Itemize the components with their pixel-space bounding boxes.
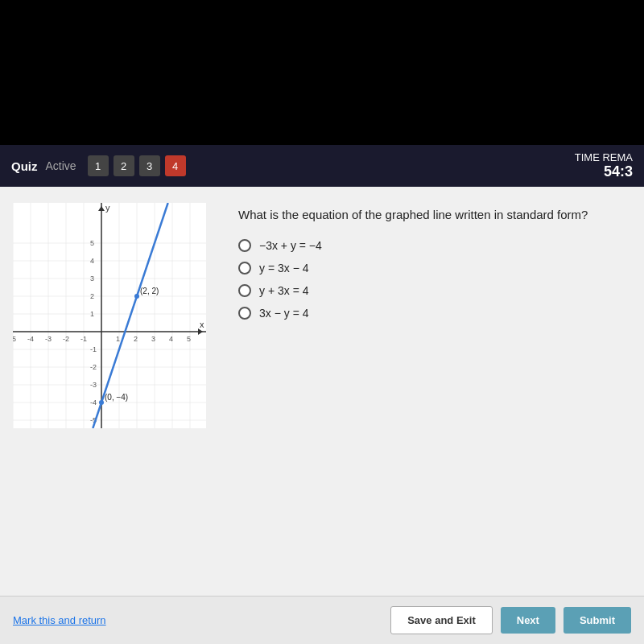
bottom-bar: Mark this and return Save and Exit Next …	[0, 596, 644, 644]
question-text: What is the equation of the graphed line…	[238, 206, 625, 225]
active-label: Active	[46, 159, 76, 172]
graph-area	[13, 203, 222, 541]
question-number-3[interactable]: 3	[139, 155, 160, 176]
quiz-bar: Quiz Active 1 2 3 4 TIME REMA 54:3	[0, 145, 644, 187]
radio-c[interactable]	[238, 284, 251, 297]
radio-a[interactable]	[238, 239, 251, 252]
question-number-1[interactable]: 1	[88, 155, 109, 176]
save-exit-button[interactable]: Save and Exit	[390, 606, 493, 634]
time-remaining-label: TIME REMA	[575, 151, 633, 163]
question-number-2[interactable]: 2	[114, 155, 134, 176]
mark-return-link[interactable]: Mark this and return	[13, 614, 106, 626]
question-number-4[interactable]: 4	[165, 155, 186, 176]
options-list: −3x + y = −4 y = 3x − 4 y + 3x = 4 3x − …	[238, 239, 625, 320]
option-b[interactable]: y = 3x − 4	[238, 262, 625, 275]
question-number-list: 1 2 3 4	[88, 155, 186, 176]
time-remaining: TIME REMA 54:3	[575, 151, 633, 180]
next-button[interactable]: Next	[501, 607, 555, 634]
option-d-label: 3x − y = 4	[259, 307, 308, 320]
quiz-label: Quiz	[11, 159, 38, 173]
radio-b[interactable]	[238, 262, 251, 275]
top-black-area	[0, 0, 644, 145]
main-content: What is the equation of the graphed line…	[0, 187, 644, 557]
submit-button[interactable]: Submit	[564, 607, 631, 634]
time-value: 54:3	[575, 163, 633, 180]
option-d[interactable]: 3x − y = 4	[238, 307, 625, 320]
option-b-label: y = 3x − 4	[259, 262, 308, 275]
option-c-label: y + 3x = 4	[259, 284, 308, 297]
question-area: What is the equation of the graphed line…	[238, 203, 625, 541]
option-a-label: −3x + y = −4	[259, 239, 322, 252]
radio-d[interactable]	[238, 307, 251, 320]
graph-canvas	[13, 203, 206, 428]
option-c[interactable]: y + 3x = 4	[238, 284, 625, 297]
option-a[interactable]: −3x + y = −4	[238, 239, 625, 252]
